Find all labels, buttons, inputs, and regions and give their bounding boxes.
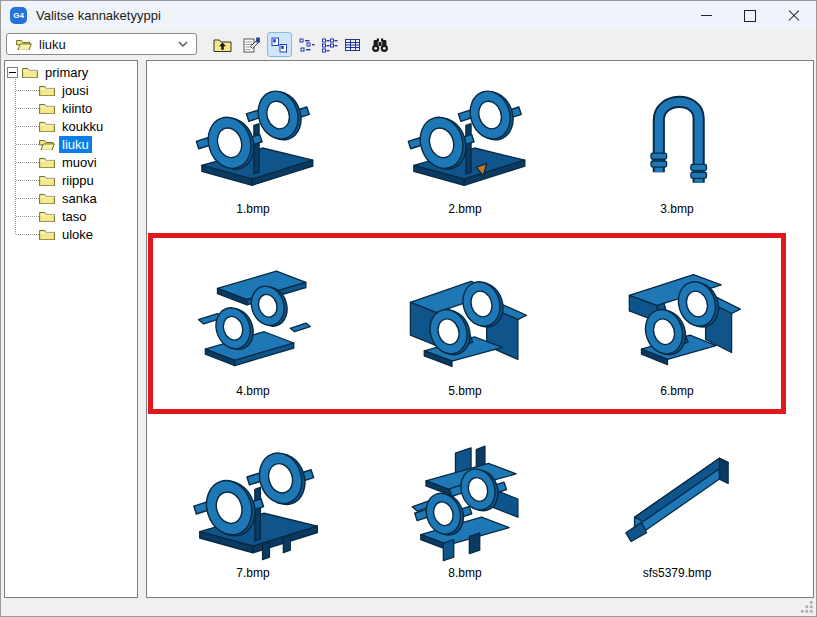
tree-item-label: riippu	[59, 172, 97, 189]
t-profile-rail-image	[601, 434, 753, 564]
tree-branch-line	[16, 116, 39, 127]
close-icon	[788, 10, 800, 22]
thumbnail-label: 6.bmp	[660, 384, 693, 399]
folder-icon	[39, 192, 55, 205]
folder-icon	[39, 120, 55, 133]
tree-item-label: liuku	[59, 136, 92, 153]
tree-branch-line	[16, 152, 39, 163]
tree-branch-line	[16, 170, 39, 181]
tree-item-liuku[interactable]: liuku	[5, 135, 137, 153]
thumbnail-item-sfs5379.bmp[interactable]: sfs5379.bmp	[571, 401, 783, 583]
tree-item-uloke[interactable]: uloke	[5, 225, 137, 243]
tree-item-riippu[interactable]: riippu	[5, 171, 137, 189]
clamp-multi-plate-image	[389, 434, 541, 564]
folder-up-icon	[213, 37, 232, 53]
window-controls	[684, 1, 816, 30]
folder-icon	[39, 174, 55, 187]
thumbnail-label: 8.bmp	[448, 566, 481, 581]
resize-grip[interactable]	[800, 600, 813, 613]
maximize-icon	[744, 10, 756, 22]
tree-branch-line	[16, 224, 39, 235]
folder-tree: primary jousikiintokoukkuliukumuoviriipp…	[5, 61, 137, 243]
window-title: Valitse kannaketyyppi	[36, 8, 161, 23]
collapse-expander-icon[interactable]	[7, 67, 18, 78]
tree-item-label: muovi	[59, 154, 100, 171]
thumbnail-item-8.bmp[interactable]: 8.bmp	[359, 401, 571, 583]
tree-item-label: primary	[42, 64, 91, 81]
u-bolt-image	[601, 70, 753, 200]
folder-icon	[39, 102, 55, 115]
small-icons-icon	[298, 37, 315, 53]
folder-combobox[interactable]: liuku	[6, 33, 197, 55]
thumbnail-item-4.bmp[interactable]: 4.bmp	[147, 219, 359, 401]
details-view-icon	[344, 37, 361, 53]
tree-branch-line	[16, 188, 39, 199]
app-icon: G4	[10, 7, 27, 24]
tree-item-taso[interactable]: taso	[5, 207, 137, 225]
up-one-level-button[interactable]	[210, 32, 235, 57]
toolbar: liuku	[1, 30, 816, 59]
list-view-button[interactable]	[317, 32, 342, 57]
chevron-down-icon[interactable]	[178, 41, 188, 47]
tree-item-label: kiinto	[59, 100, 95, 117]
tree-item-koukku[interactable]: koukku	[5, 117, 137, 135]
find-button[interactable]	[367, 32, 392, 57]
thumbnail-label: 5.bmp	[448, 384, 481, 399]
minimize-button[interactable]	[684, 1, 728, 30]
tree-item-jousi[interactable]: jousi	[5, 81, 137, 99]
thumbnail-label: 4.bmp	[236, 384, 269, 399]
clamp-double-on-beam-image	[177, 70, 329, 200]
folder-icon	[39, 156, 55, 169]
large-icons-icon	[271, 37, 288, 53]
properties-button[interactable]	[239, 32, 264, 57]
thumbnail-panel: 1.bmp2.bmp3.bmp4.bmp5.bmp6.bmp7.bmp8.bmp…	[146, 60, 814, 598]
minimize-icon	[701, 15, 712, 16]
tree-item-label: jousi	[59, 82, 92, 99]
tree-item-root[interactable]: primary	[5, 63, 137, 81]
maximize-button[interactable]	[728, 1, 772, 30]
thumbnail-item-3.bmp[interactable]: 3.bmp	[571, 61, 783, 219]
folder-tree-panel: primary jousikiintokoukkuliukumuoviriipp…	[4, 60, 138, 598]
small-icons-view-button[interactable]	[294, 32, 319, 57]
tree-branch-line	[16, 134, 39, 145]
tree-item-kiinto[interactable]: kiinto	[5, 99, 137, 117]
tree-item-label: uloke	[59, 226, 96, 243]
binoculars-icon	[371, 37, 389, 53]
clamp-double-on-beam-large-image	[177, 434, 329, 564]
tree-branch-line	[16, 80, 39, 91]
folder-combobox-value: liuku	[39, 37, 178, 52]
title-bar: G4 Valitse kannaketyyppi	[1, 1, 816, 31]
thumbnail-label: 3.bmp	[660, 202, 693, 217]
close-button[interactable]	[772, 1, 816, 30]
dialog-window: G4 Valitse kannaketyyppi liuku primary j…	[0, 0, 817, 617]
thumbnail-grid: 1.bmp2.bmp3.bmp4.bmp5.bmp6.bmp7.bmp8.bmp…	[147, 61, 787, 583]
open-folder-icon	[16, 38, 32, 51]
tree-item-label: koukku	[59, 118, 106, 135]
large-icons-view-button[interactable]	[267, 32, 292, 57]
thumbnail-label: 2.bmp	[448, 202, 481, 217]
clamp-double-on-beam-orange-image	[389, 70, 541, 200]
tree-item-muovi[interactable]: muovi	[5, 153, 137, 171]
thumbnail-label: 7.bmp	[236, 566, 269, 581]
list-view-icon	[321, 37, 338, 53]
open-folder-icon	[39, 138, 55, 151]
properties-icon	[242, 37, 261, 53]
slide-clamp-wide-plates-image	[389, 252, 541, 382]
thumbnail-item-2.bmp[interactable]: 2.bmp	[359, 61, 571, 219]
tree-branch-line	[16, 206, 39, 217]
thumbnail-item-1.bmp[interactable]: 1.bmp	[147, 61, 359, 219]
thumbnail-item-5.bmp[interactable]: 5.bmp	[359, 219, 571, 401]
thumbnail-item-6.bmp[interactable]: 6.bmp	[571, 219, 783, 401]
thumbnail-item-7.bmp[interactable]: 7.bmp	[147, 401, 359, 583]
tree-item-label: taso	[59, 208, 90, 225]
tree-item-sanka[interactable]: sanka	[5, 189, 137, 207]
thumbnail-label: sfs5379.bmp	[643, 566, 712, 581]
folder-icon	[22, 66, 38, 79]
folder-icon	[39, 84, 55, 97]
thumbnail-label: 1.bmp	[236, 202, 269, 217]
tree-branch-line	[16, 98, 39, 109]
tree-item-label: sanka	[59, 190, 100, 207]
details-view-button[interactable]	[340, 32, 365, 57]
slide-clamp-small-plates-image	[177, 252, 329, 382]
slide-clamp-long-plates-image	[601, 252, 753, 382]
